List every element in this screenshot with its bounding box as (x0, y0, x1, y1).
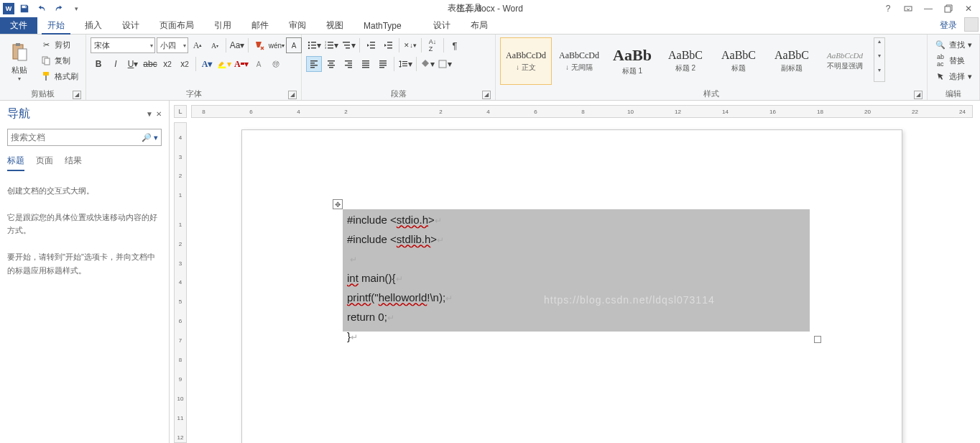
qat-customize-icon[interactable]: ▾ (69, 1, 83, 16)
shrink-font-icon[interactable]: A▾ (207, 37, 223, 53)
grow-font-icon[interactable]: A▴ (190, 37, 205, 53)
char-shading-icon[interactable]: A (251, 56, 267, 72)
ruler-corner[interactable]: L (174, 105, 187, 118)
sign-in-link[interactable]: 登录 (933, 17, 964, 34)
redo-icon[interactable] (52, 1, 66, 16)
strikethrough-icon[interactable]: abc (142, 56, 158, 72)
nav-dropdown-icon[interactable]: ▼ (146, 110, 153, 118)
avatar-icon[interactable] (964, 17, 979, 32)
tab-mathtype[interactable]: MathType (353, 17, 412, 34)
help-icon[interactable]: ? (881, 1, 895, 16)
gallery-more-icon[interactable]: ▾ (874, 67, 884, 81)
text-direction-icon[interactable]: ✕↓▾ (402, 37, 418, 53)
nav-close-icon[interactable]: ✕ (156, 110, 162, 118)
text-effects-icon[interactable]: A▾ (199, 56, 215, 72)
tab-design[interactable]: 设计 (112, 17, 149, 34)
char-border-icon[interactable]: A (286, 37, 302, 53)
cut-button[interactable]: ✂剪切 (37, 37, 81, 52)
font-size-combo[interactable]: 小四▾ (157, 37, 188, 53)
borders-icon[interactable]: ▾ (437, 56, 453, 72)
bullets-icon[interactable]: ▾ (306, 37, 322, 53)
justify-icon[interactable] (358, 56, 374, 72)
nav-search[interactable]: 🔎 ▾ (7, 129, 162, 146)
tab-page-layout[interactable]: 页面布局 (149, 17, 204, 34)
tab-view[interactable]: 视图 (316, 17, 353, 34)
style-item[interactable]: AaBbCcDd↓ 正文 (500, 37, 552, 85)
workspace: 导航 ▼✕ 🔎 ▾ 标题 页面 结果 创建文档的交互式大纲。 它是跟踪您的具体位… (0, 101, 980, 443)
tab-mailings[interactable]: 邮件 (241, 17, 279, 34)
find-button[interactable]: 🔍查找 ▾ (932, 37, 975, 52)
nav-tab-pages[interactable]: 页面 (36, 155, 53, 171)
nav-tab-headings[interactable]: 标题 (7, 155, 24, 171)
bold-icon[interactable]: B (91, 56, 106, 72)
nav-search-input[interactable] (11, 132, 142, 142)
tab-insert[interactable]: 插入 (75, 17, 112, 34)
styles-launcher-icon[interactable]: ◢ (914, 91, 923, 99)
align-right-icon[interactable] (341, 56, 356, 72)
style-item[interactable]: AaBbC标题 (713, 37, 764, 85)
style-item[interactable]: AaBbCcDd不明显强调 (819, 37, 871, 85)
nav-tab-results[interactable]: 结果 (65, 155, 82, 171)
subscript-icon[interactable]: x2 (160, 56, 175, 72)
enclose-char-icon[interactable]: ㊞ (268, 56, 284, 72)
tab-file[interactable]: 文件 (0, 17, 37, 34)
svg-rect-32 (310, 63, 315, 64)
style-item[interactable]: AaBb标题 1 (606, 37, 658, 85)
italic-icon[interactable]: I (108, 56, 124, 72)
tab-home[interactable]: 开始 (37, 17, 75, 34)
code-content[interactable]: #include <stdio.h>↵#include <stdlib.h>↵ … (343, 209, 810, 348)
clear-formatting-icon[interactable] (251, 37, 267, 53)
horizontal-ruler[interactable]: 8642246810121416182022242628303234363840… (191, 105, 973, 118)
tab-review[interactable]: 审阅 (279, 17, 316, 34)
phonetic-guide-icon[interactable]: wén▾ (269, 37, 285, 53)
style-item[interactable]: AaBbC标题 2 (660, 37, 711, 85)
select-button[interactable]: 选择 ▾ (932, 69, 975, 83)
sort-icon[interactable]: A↓Z (425, 37, 440, 53)
svg-rect-44 (362, 63, 369, 64)
superscript-icon[interactable]: x2 (177, 56, 193, 72)
line-spacing-icon[interactable]: ▾ (397, 56, 413, 72)
underline-icon[interactable]: U▾ (125, 56, 141, 72)
undo-icon[interactable] (34, 1, 49, 16)
restore-icon[interactable] (941, 1, 956, 16)
font-color-icon[interactable]: A▾ (234, 56, 249, 72)
font-name-combo[interactable]: 宋体▾ (91, 37, 155, 53)
shading-icon[interactable]: ▾ (420, 56, 435, 72)
format-painter-button[interactable]: 格式刷 (37, 69, 81, 83)
decrease-indent-icon[interactable] (363, 37, 379, 53)
paste-button[interactable]: 粘贴 ▾ (4, 37, 34, 85)
vertical-ruler[interactable]: 4321123456789101112 (174, 122, 187, 443)
save-icon[interactable] (17, 1, 32, 16)
show-marks-icon[interactable]: ¶ (447, 37, 463, 53)
ribbon-options-icon[interactable] (901, 1, 915, 16)
paragraph-launcher-icon[interactable]: ◢ (482, 91, 491, 99)
gallery-up-icon[interactable]: ▴ (874, 38, 884, 52)
minimize-icon[interactable]: — (921, 1, 935, 16)
font-launcher-icon[interactable]: ◢ (288, 91, 297, 99)
copy-button[interactable]: 复制 (37, 53, 81, 68)
tab-references[interactable]: 引用 (204, 17, 241, 34)
style-item[interactable]: AaBbCcDd↓ 无间隔 (553, 37, 605, 85)
close-icon[interactable]: ✕ (961, 1, 976, 16)
svg-rect-15 (311, 47, 316, 49)
numbering-icon[interactable]: 123▾ (323, 37, 339, 53)
tab-table-design[interactable]: 设计 (423, 17, 461, 34)
table-resize-handle-icon[interactable] (814, 336, 821, 343)
align-left-icon[interactable] (306, 56, 322, 72)
highlight-icon[interactable]: ▾ (216, 56, 232, 72)
clipboard-launcher-icon[interactable]: ◢ (73, 91, 81, 99)
replace-button[interactable]: abac替换 (932, 53, 975, 68)
table-move-handle-icon[interactable]: ✥ (333, 199, 343, 209)
multilevel-list-icon[interactable]: ▾ (341, 37, 356, 53)
gallery-down-icon[interactable]: ▾ (874, 52, 884, 67)
distributed-icon[interactable] (375, 56, 391, 72)
align-center-icon[interactable] (323, 56, 339, 72)
style-item[interactable]: AaBbC副标题 (766, 37, 818, 85)
svg-rect-45 (362, 65, 369, 66)
increase-indent-icon[interactable] (380, 37, 396, 53)
change-case-icon[interactable]: Aa▾ (229, 37, 245, 53)
page[interactable]: ✥ https://blog.csdn.net/ldqsl073114 #inc… (241, 129, 902, 443)
tab-table-layout[interactable]: 布局 (461, 17, 498, 34)
search-icon[interactable]: 🔎 ▾ (142, 133, 158, 142)
table-cell[interactable]: https://blog.csdn.net/ldqsl073114 #inclu… (343, 209, 810, 332)
